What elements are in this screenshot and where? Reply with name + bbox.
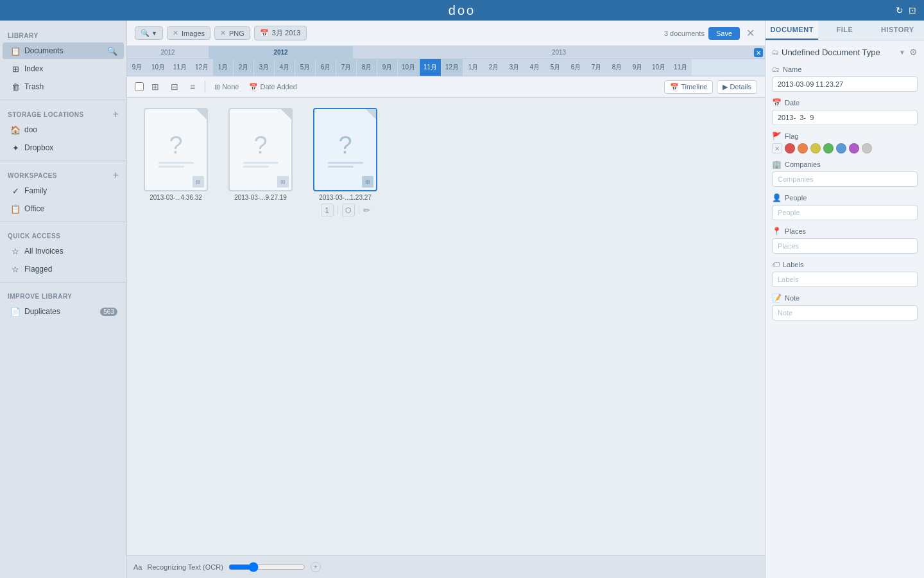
month-2012-12b[interactable]: 12月 (441, 59, 463, 76)
month-2012-9[interactable]: 9月 (127, 59, 148, 76)
month-2012-8[interactable]: 8月 (357, 59, 377, 76)
month-2012-12[interactable]: 12月 (191, 59, 213, 76)
sidebar-item-duplicates[interactable]: 📄 Duplicates 563 (3, 303, 124, 320)
doc-type-settings-icon[interactable]: ⚙ (909, 47, 918, 57)
doc-action-share-button[interactable]: ⬡ (342, 204, 355, 216)
select-all-checkbox[interactable] (135, 82, 144, 91)
timeline-icon: 📅 (670, 83, 679, 91)
people-field-input[interactable] (772, 205, 918, 220)
flag-yellow-button[interactable] (810, 143, 821, 153)
storage-add-button[interactable]: + (113, 109, 119, 119)
month-2013-5[interactable]: 5月 (545, 59, 566, 76)
month-2013-11[interactable]: 11月 (670, 59, 692, 76)
name-field-label: 🗂 Name (772, 65, 918, 74)
note-field-input[interactable] (772, 305, 918, 320)
sort-none-label: None (222, 83, 239, 91)
month-2012-6[interactable]: 6月 (316, 59, 336, 76)
filter-date-tag[interactable]: 📅 3月 2013 (254, 26, 307, 40)
name-field-input[interactable] (772, 76, 918, 92)
sidebar-item-family[interactable]: ✓ Family (3, 182, 124, 199)
flag-green-button[interactable] (823, 143, 834, 153)
month-2012-3[interactable]: 3月 (254, 59, 275, 76)
tab-history[interactable]: HISTORY (871, 21, 924, 40)
view-grid-large-button[interactable]: ⊟ (167, 80, 182, 94)
month-2012-10b[interactable]: 10月 (398, 59, 420, 76)
labels-field-input[interactable] (772, 272, 918, 287)
doc-card-3[interactable]: ? ⊞ 2013-03-...1.23.27 1 ⬡ ✏ (307, 108, 384, 216)
workspaces-header: WORKSPACES (8, 172, 57, 179)
companies-field-input[interactable] (772, 171, 918, 187)
clear-search-button[interactable]: ✕ (744, 27, 757, 39)
month-2012-2[interactable]: 2月 (234, 59, 254, 76)
month-2012-7[interactable]: 7月 (336, 59, 357, 76)
month-2013-3[interactable]: 3月 (504, 59, 525, 76)
date-field-row: 📅 Date (772, 98, 918, 125)
flag-blue-button[interactable] (836, 143, 846, 153)
details-toggle-button[interactable]: ▶ Details (717, 80, 757, 94)
month-2013-6[interactable]: 6月 (566, 59, 586, 76)
search-icon[interactable]: 🔍 (107, 46, 117, 56)
sort-none-button[interactable]: ⊞ None (211, 82, 242, 92)
sidebar-item-invoices[interactable]: ☆ All Invoices (3, 243, 124, 259)
flag-purple-button[interactable] (849, 143, 859, 153)
date-field-input[interactable] (772, 110, 918, 125)
flag-none-button[interactable]: ✕ (772, 143, 782, 153)
documents-icon: 📋 (10, 46, 21, 56)
doc-lines-2 (243, 162, 278, 168)
sort-date-button[interactable]: 📅 Date Added (246, 82, 300, 92)
refresh-icon[interactable]: ↻ (896, 5, 903, 15)
save-search-button[interactable]: Save (708, 27, 740, 40)
filter-png-tag[interactable]: ✕ PNG (214, 26, 250, 40)
timeline-close-button[interactable]: ✕ (754, 48, 763, 57)
month-2013-9[interactable]: 9月 (628, 59, 648, 76)
month-2013-1[interactable]: 1月 (463, 59, 484, 76)
month-2013-8[interactable]: 8月 (607, 59, 628, 76)
month-2012-11[interactable]: 11月 (169, 59, 191, 76)
workspaces-add-button[interactable]: + (113, 170, 119, 180)
month-2012-11b[interactable]: 11月 (420, 59, 441, 76)
filter-images-label: Images (182, 30, 205, 37)
filter-png-remove-icon: ✕ (220, 29, 226, 37)
sidebar-item-index[interactable]: ⊞ Index (3, 60, 124, 77)
doc-action-1-button[interactable]: 1 (321, 204, 334, 216)
sidebar-item-doo[interactable]: 🏠 doo (3, 121, 124, 138)
timeline-toggle-button[interactable]: 📅 Timeline (664, 80, 713, 94)
month-2012-1[interactable]: 1月 (213, 59, 234, 76)
doc-card-1[interactable]: ? ⊞ 2013-03-...4.36.32 (137, 108, 214, 216)
flag-orange-button[interactable] (798, 143, 808, 153)
month-2013-4[interactable]: 4月 (525, 59, 545, 76)
window-icon[interactable]: ⊡ (909, 5, 916, 15)
ocr-status-text: Recognizing Text (OCR) (147, 563, 223, 571)
year-label-2012-selected: 2012 (209, 46, 353, 58)
month-2013-2[interactable]: 2月 (484, 59, 504, 76)
doc-question-2: ? (253, 132, 267, 159)
sidebar-item-trash[interactable]: 🗑 Trash (3, 78, 124, 95)
sidebar-item-documents[interactable]: 📋 Documents 🔍 (3, 42, 124, 59)
doc-card-2[interactable]: ? ⊞ 2013-03-...9.27.19 (222, 108, 299, 216)
month-2012-10[interactable]: 10月 (148, 59, 169, 76)
search-dropdown-button[interactable]: 🔍 ▼ (135, 26, 163, 40)
places-field-input[interactable] (772, 238, 918, 254)
month-2012-5[interactable]: 5月 (295, 59, 316, 76)
month-2013-10[interactable]: 10月 (648, 59, 670, 76)
sidebar-item-flagged[interactable]: ☆ Flagged (3, 261, 124, 277)
month-2013-7[interactable]: 7月 (586, 59, 607, 76)
tab-file[interactable]: FILE (818, 21, 871, 40)
filter-images-tag[interactable]: ✕ Images (167, 26, 210, 40)
flag-field-icon: 🚩 (772, 132, 782, 141)
month-2012-4[interactable]: 4月 (275, 59, 295, 76)
tab-document[interactable]: DOCUMENT (766, 21, 818, 40)
zoom-plus-button[interactable]: + (311, 562, 321, 572)
doc-action-edit-button[interactable]: ✏ (363, 206, 370, 215)
search-magnifier-icon: 🔍 (141, 29, 150, 37)
view-list-button[interactable]: ≡ (186, 80, 199, 94)
sidebar-item-dropbox[interactable]: ✦ Dropbox (3, 139, 124, 156)
zoom-slider[interactable] (228, 562, 305, 572)
flag-gray-button[interactable] (862, 143, 872, 153)
filter-png-label: PNG (229, 30, 244, 37)
month-2012-9b[interactable]: 9月 (377, 59, 398, 76)
doc-question-1: ? (169, 132, 182, 159)
sidebar-item-office[interactable]: 📋 Office (3, 200, 124, 217)
flag-red-button[interactable] (785, 143, 795, 153)
view-grid-small-button[interactable]: ⊞ (148, 80, 163, 94)
